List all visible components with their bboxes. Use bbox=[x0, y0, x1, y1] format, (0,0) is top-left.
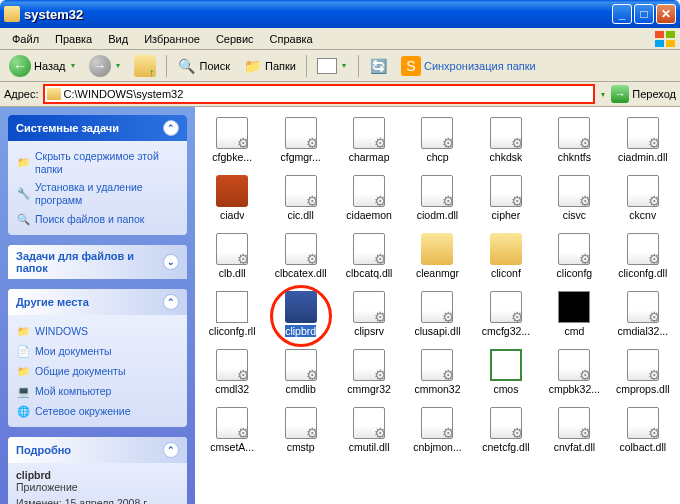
menu-file[interactable]: Файл bbox=[4, 31, 47, 47]
back-button[interactable]: ← Назад ▾ bbox=[4, 52, 82, 80]
folder-icon bbox=[47, 88, 61, 100]
file-item[interactable]: clb.dll bbox=[199, 231, 265, 281]
file-label: cmstp bbox=[287, 441, 315, 453]
file-item[interactable]: cmmgr32 bbox=[336, 347, 402, 397]
task-icon: 🔍 bbox=[16, 212, 30, 226]
file-item[interactable]: cmstp bbox=[267, 405, 333, 455]
file-item[interactable]: cic.dll bbox=[267, 173, 333, 223]
details-panel: Подробно clipbrd Приложение Изменен: 15 … bbox=[8, 437, 187, 504]
file-item[interactable]: cmos bbox=[473, 347, 539, 397]
file-item[interactable]: clbcatq.dll bbox=[336, 231, 402, 281]
file-icon bbox=[558, 117, 590, 149]
file-icon bbox=[285, 407, 317, 439]
menu-view[interactable]: Вид bbox=[100, 31, 136, 47]
up-button[interactable] bbox=[129, 52, 161, 80]
dropdown-icon[interactable]: ▾ bbox=[340, 61, 348, 70]
details-header[interactable]: Подробно bbox=[8, 437, 187, 463]
file-icon bbox=[627, 175, 659, 207]
file-item[interactable]: cnbjmon... bbox=[404, 405, 470, 455]
sidebar-task-item[interactable]: 📁Скрыть содержимое этой папки bbox=[16, 147, 179, 178]
file-label: cliconf bbox=[491, 267, 521, 279]
sync-icon-button[interactable]: 🔄 bbox=[364, 53, 394, 79]
dropdown-icon[interactable]: ▾ bbox=[69, 61, 77, 70]
address-input[interactable]: C:\WINDOWS\system32 bbox=[43, 84, 596, 104]
file-label: cmmon32 bbox=[414, 383, 460, 395]
file-item[interactable]: cnvfat.dll bbox=[541, 405, 607, 455]
collapse-icon bbox=[163, 294, 179, 310]
file-item[interactable]: cmcfg32... bbox=[473, 289, 539, 339]
file-icon bbox=[627, 349, 659, 381]
file-item[interactable]: ckcnv bbox=[610, 173, 676, 223]
sidebar-place-item[interactable]: 📄Мои документы bbox=[16, 341, 179, 361]
file-item[interactable]: cmprops.dll bbox=[610, 347, 676, 397]
menu-tools[interactable]: Сервис bbox=[208, 31, 262, 47]
sidebar-task-item[interactable]: 🔧Установка и удаление программ bbox=[16, 178, 179, 209]
file-item[interactable]: cmd bbox=[541, 289, 607, 339]
file-item[interactable]: cmsetA... bbox=[199, 405, 265, 455]
file-item[interactable]: clbcatex.dll bbox=[267, 231, 333, 281]
file-icon bbox=[216, 175, 248, 207]
file-tasks-header[interactable]: Задачи для файлов и папок bbox=[8, 245, 187, 279]
menu-help[interactable]: Справка bbox=[262, 31, 321, 47]
file-item[interactable]: chkdsk bbox=[473, 115, 539, 165]
file-item[interactable]: colbact.dll bbox=[610, 405, 676, 455]
menu-edit[interactable]: Правка bbox=[47, 31, 100, 47]
folders-button[interactable]: 📁 Папки bbox=[237, 53, 301, 79]
forward-button[interactable]: → ▾ bbox=[84, 52, 127, 80]
file-item[interactable]: cmdl32 bbox=[199, 347, 265, 397]
file-item[interactable]: ciadv bbox=[199, 173, 265, 223]
file-item[interactable]: cfgmgr... bbox=[267, 115, 333, 165]
other-places-header[interactable]: Другие места bbox=[8, 289, 187, 315]
file-item[interactable]: clipsrv bbox=[336, 289, 402, 339]
menu-favorites[interactable]: Избранное bbox=[136, 31, 208, 47]
sidebar-place-item[interactable]: 📁Общие документы bbox=[16, 361, 179, 381]
file-label: colbact.dll bbox=[619, 441, 666, 453]
menu-bar: Файл Правка Вид Избранное Сервис Справка bbox=[0, 28, 680, 50]
file-item[interactable]: cmutil.dll bbox=[336, 405, 402, 455]
system-tasks-header[interactable]: Системные задачи bbox=[8, 115, 187, 141]
file-item[interactable]: ciodm.dll bbox=[404, 173, 470, 223]
sidebar-place-item[interactable]: 🌐Сетевое окружение bbox=[16, 401, 179, 421]
sidebar-place-item[interactable]: 📁WINDOWS bbox=[16, 321, 179, 341]
file-item[interactable]: chcp bbox=[404, 115, 470, 165]
file-label: cleanmgr bbox=[416, 267, 459, 279]
file-icon bbox=[353, 233, 385, 265]
file-item[interactable]: cfgbke... bbox=[199, 115, 265, 165]
close-button[interactable]: ✕ bbox=[656, 4, 676, 24]
file-item[interactable]: cipher bbox=[473, 173, 539, 223]
search-button[interactable]: 🔍 Поиск bbox=[172, 53, 235, 79]
minimize-button[interactable]: _ bbox=[612, 4, 632, 24]
file-item[interactable]: cmdial32... bbox=[610, 289, 676, 339]
sync-text-button[interactable]: S Синхронизация папки bbox=[396, 53, 541, 79]
file-item[interactable]: cleanmgr bbox=[404, 231, 470, 281]
detail-modified-label: Изменен: bbox=[16, 497, 62, 504]
svg-rect-3 bbox=[666, 40, 675, 47]
file-item[interactable]: charmap bbox=[336, 115, 402, 165]
file-label: cmmgr32 bbox=[347, 383, 391, 395]
file-item[interactable]: chkntfs bbox=[541, 115, 607, 165]
file-item[interactable]: clusapi.dll bbox=[404, 289, 470, 339]
sidebar-task-item[interactable]: 🔍Поиск файлов и папок bbox=[16, 209, 179, 229]
file-item[interactable]: cmdlib bbox=[267, 347, 333, 397]
file-item[interactable]: cmpbk32... bbox=[541, 347, 607, 397]
go-button[interactable]: → Переход bbox=[611, 85, 676, 103]
maximize-button[interactable]: □ bbox=[634, 4, 654, 24]
dropdown-icon[interactable]: ▾ bbox=[114, 61, 122, 70]
file-item[interactable]: cliconfg.rll bbox=[199, 289, 265, 339]
file-item[interactable]: cmmon32 bbox=[404, 347, 470, 397]
address-dropdown[interactable]: ▾ bbox=[599, 90, 607, 99]
file-item[interactable]: cnetcfg.dll bbox=[473, 405, 539, 455]
file-item[interactable]: cidaemon bbox=[336, 173, 402, 223]
sidebar-place-item[interactable]: 💻Мой компьютер bbox=[16, 381, 179, 401]
file-pane[interactable]: cfgbke...cfgmgr...charmapchcpchkdskchknt… bbox=[195, 107, 680, 504]
file-item[interactable]: clipbrd bbox=[267, 289, 333, 339]
views-button[interactable]: ▾ bbox=[312, 55, 353, 77]
file-item[interactable]: ciadmin.dll bbox=[610, 115, 676, 165]
file-item[interactable]: cliconfg bbox=[541, 231, 607, 281]
panel-title: Другие места bbox=[16, 296, 89, 308]
file-item[interactable]: cisvc bbox=[541, 173, 607, 223]
file-label: clusapi.dll bbox=[414, 325, 460, 337]
file-item[interactable]: cliconf bbox=[473, 231, 539, 281]
file-item[interactable]: cliconfg.dll bbox=[610, 231, 676, 281]
panel-title: Задачи для файлов и папок bbox=[16, 250, 163, 274]
